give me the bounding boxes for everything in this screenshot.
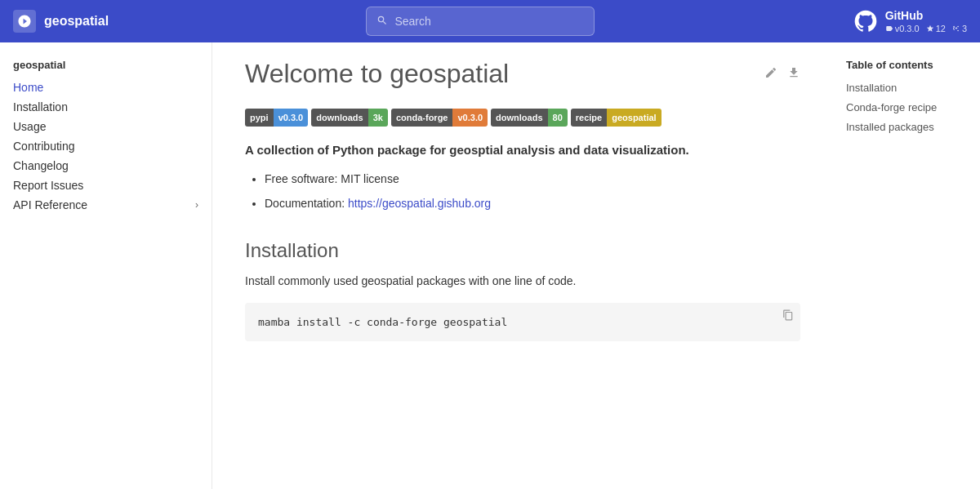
edit-button[interactable] <box>764 66 777 82</box>
badge-value-pypi: v0.3.0 <box>274 109 309 127</box>
badge-label-conda: conda-forge <box>391 109 453 127</box>
installation-heading: Installation <box>245 233 800 262</box>
sidebar-link-changelog[interactable]: Changelog <box>13 159 198 172</box>
search-icon <box>376 15 388 29</box>
badge-value-downloads1: 3k <box>368 109 388 127</box>
chevron-right-icon: › <box>195 199 198 211</box>
github-label: GitHub <box>885 9 967 22</box>
badge-conda: conda-forge v0.3.0 <box>391 109 488 127</box>
toc-link-packages[interactable]: Installed packages <box>846 121 934 133</box>
github-info: GitHub v0.3.0 12 3 <box>885 9 967 33</box>
badge-label-pypi: pypi <box>245 109 274 127</box>
toc-link-installation[interactable]: Installation <box>846 82 897 94</box>
bullet-docs-label: Documentation: <box>265 197 348 210</box>
page-title-row: Welcome to geospatial <box>245 59 800 89</box>
toc-panel: Table of contents Installation Conda-for… <box>833 42 980 489</box>
sidebar-link-report-issues[interactable]: Report Issues <box>13 179 198 192</box>
app-name: geospatial <box>44 14 109 29</box>
sidebar-title: geospatial <box>13 59 198 71</box>
stars-count: 12 <box>936 24 946 33</box>
toc-link-conda[interactable]: Conda-forge recipe <box>846 101 937 113</box>
toc-item-conda[interactable]: Conda-forge recipe <box>846 100 967 113</box>
bullet-license-text: Free software: MIT license <box>265 172 399 185</box>
docs-link[interactable]: https://geospatial.gishub.org <box>348 197 491 210</box>
forks-badge: 3 <box>952 24 967 33</box>
sidebar-item-home[interactable]: Home <box>13 78 198 97</box>
version-text: v0.3.0 <box>895 24 920 33</box>
page-title: Welcome to geospatial <box>245 59 509 89</box>
badge-value-downloads2: 80 <box>548 109 568 127</box>
sidebar-link-contributing[interactable]: Contributing <box>13 140 198 153</box>
search-container: Search <box>118 7 843 36</box>
sidebar-item-installation[interactable]: Installation <box>13 97 198 117</box>
search-placeholder: Search <box>394 15 430 28</box>
download-button[interactable] <box>787 66 800 82</box>
forks-count: 3 <box>962 24 967 33</box>
bullet-license: Free software: MIT license <box>265 170 800 188</box>
badge-label-downloads1: downloads <box>311 109 368 127</box>
toc-title: Table of contents <box>846 59 967 71</box>
sidebar-item-report-issues[interactable]: Report Issues <box>13 176 198 195</box>
sidebar: geospatial Home Installation Usage Contr… <box>0 42 212 489</box>
layout: geospatial Home Installation Usage Contr… <box>0 42 980 489</box>
code-block: mamba install -c conda-forge geospatial <box>245 303 800 341</box>
github-icon <box>853 8 879 34</box>
installation-desc: Install commonly used geospatial package… <box>245 272 800 290</box>
logo-icon <box>13 10 36 33</box>
sidebar-item-changelog[interactable]: Changelog <box>13 156 198 176</box>
copy-button[interactable] <box>782 309 794 323</box>
sidebar-link-api-reference[interactable]: API Reference › <box>13 198 198 211</box>
bullet-docs: Documentation: https://geospatial.gishub… <box>265 194 800 212</box>
badge-value-recipe: geospatial <box>607 109 661 127</box>
bullet-list: Free software: MIT license Documentation… <box>265 170 800 213</box>
toc-item-packages[interactable]: Installed packages <box>846 120 967 133</box>
badge-recipe: recipe geospatial <box>571 109 662 127</box>
badge-pypi: pypi v0.3.0 <box>245 109 308 127</box>
badge-downloads1: downloads 3k <box>311 109 388 127</box>
badge-label-downloads2: downloads <box>491 109 547 127</box>
badge-downloads2: downloads 80 <box>491 109 568 127</box>
github-section: GitHub v0.3.0 12 3 <box>853 8 967 34</box>
title-actions <box>764 66 800 82</box>
version-badge: v0.3.0 <box>885 24 920 33</box>
stars-badge: 12 <box>926 24 946 33</box>
code-text: mamba install -c conda-forge geospatial <box>258 316 507 328</box>
badges-row: pypi v0.3.0 downloads 3k conda-forge v0.… <box>245 109 800 127</box>
toc-list: Installation Conda-forge recipe Installe… <box>846 81 967 133</box>
badge-value-conda: v0.3.0 <box>452 109 488 127</box>
github-meta: v0.3.0 12 3 <box>885 24 967 33</box>
header: geospatial Search GitHub v0.3.0 <box>0 0 980 42</box>
main-content: Welcome to geospatial pypi v0.3.0 downlo… <box>212 42 833 489</box>
sidebar-item-api-reference[interactable]: API Reference › <box>13 195 198 215</box>
sidebar-nav: Home Installation Usage Contributing Cha… <box>13 78 198 215</box>
badge-label-recipe: recipe <box>571 109 607 127</box>
description-text: A collection of Python package for geosp… <box>245 143 800 157</box>
header-logo: geospatial <box>13 10 109 33</box>
sidebar-item-usage[interactable]: Usage <box>13 117 198 136</box>
sidebar-item-contributing[interactable]: Contributing <box>13 136 198 156</box>
sidebar-link-usage[interactable]: Usage <box>13 120 198 133</box>
sidebar-link-installation[interactable]: Installation <box>13 100 198 113</box>
sidebar-link-home[interactable]: Home <box>13 81 198 94</box>
search-bar[interactable]: Search <box>366 7 595 36</box>
toc-item-installation[interactable]: Installation <box>846 81 967 94</box>
